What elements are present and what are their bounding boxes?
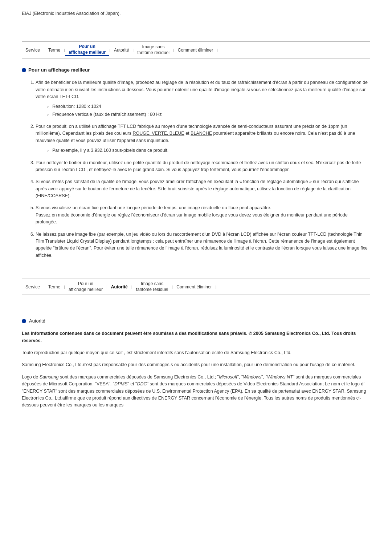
nav-image-sans[interactable]: Image sansfantôme résiduel <box>134 44 173 56</box>
section2-title: Autorité <box>29 318 45 324</box>
section1-heading: Pour un affichage meilleur <box>22 67 370 73</box>
nav-service[interactable]: Service <box>22 48 44 53</box>
nav-autorite[interactable]: Autorité <box>110 48 132 53</box>
list-item-4: Si vous n'êtes pas satisfait de la quali… <box>36 178 370 199</box>
section1-title: Pour un affichage meilleur <box>28 67 90 73</box>
section1-bullet <box>22 68 26 72</box>
nav2-terme[interactable]: Terme <box>45 284 64 289</box>
list-item-3-text: Pour nettoyer le boîtier du moniteur, ut… <box>36 160 361 172</box>
section1-list: Afin de bénéficier de la meilleure quali… <box>25 79 370 259</box>
intro-text: EIAJ (Electronic Industries Association … <box>22 11 370 16</box>
top-nav: Service | Terme | Pour unaffichage meill… <box>22 41 370 58</box>
nav2-comment[interactable]: Comment éliminer <box>173 284 215 289</box>
nav2-image-sans[interactable]: Image sansfantôme résiduel <box>132 281 172 292</box>
nav-sep-6: | <box>217 48 218 52</box>
nav-pour-un[interactable]: Pour unaffichage meilleur <box>65 44 109 56</box>
nav2-sep-6: | <box>216 285 217 289</box>
bottom-nav: Service | Terme | Pour unaffichage meill… <box>22 279 370 295</box>
list-item-5-text: Si vous visualisez un écran fixe pendant… <box>36 205 348 224</box>
list-item-6-text: Ne laissez pas une image fixe (par exemp… <box>36 232 368 258</box>
nav-terme[interactable]: Terme <box>45 48 64 53</box>
list-item-2: Pour ce produit, on a utilisé un afficha… <box>36 123 370 154</box>
nav2-pour-un[interactable]: Pour unaffichage meilleur <box>65 281 106 292</box>
section2: Autorité Les informations contenues dans… <box>22 318 370 409</box>
list-item-2-text: Pour ce produit, on a utilisé un afficha… <box>36 124 355 143</box>
section1-content: Afin de bénéficier de la meilleure quali… <box>22 79 370 259</box>
sub-list-2: Par exemple, il y a 3.932.160 sous-pixel… <box>36 147 370 154</box>
section2-bullet <box>22 319 26 323</box>
list-item-6: Ne laissez pas une image fixe (par exemp… <box>36 231 370 259</box>
nav-comment[interactable]: Comment éliminer <box>174 48 217 53</box>
sub-list-1: Résolution: 1280 x 1024 Fréquence vertic… <box>36 103 370 118</box>
section2-para-2: Samsung Electronics Co., Ltd.n'est pas r… <box>22 361 370 368</box>
list-item-3: Pour nettoyer le boîtier du moniteur, ut… <box>36 159 370 174</box>
nav2-autorite[interactable]: Autorité <box>107 284 131 289</box>
nav2-service[interactable]: Service <box>22 284 44 289</box>
list-item-1-text: Afin de bénéficier de la meilleure quali… <box>36 80 368 99</box>
sub-item-1-2: Fréquence verticale (taux de rafraîchiss… <box>46 111 370 118</box>
section2-heading: Autorité <box>22 318 370 324</box>
list-item-1: Afin de bénéficier de la meilleure quali… <box>36 79 370 118</box>
section2-para-3: Logo de Samsung sont des marques commerc… <box>22 374 370 409</box>
section2-para-1: Toute reproduction par quelque moyen que… <box>22 349 370 356</box>
sub-item-2-1: Par exemple, il y a 3.932.160 sous-pixel… <box>46 147 370 154</box>
sub-item-1-1: Résolution: 1280 x 1024 <box>46 103 370 110</box>
list-item-4-text: Si vous n'êtes pas satisfait de la quali… <box>36 179 359 198</box>
section2-bold: Les informations contenues dans ce docum… <box>22 330 370 344</box>
list-item-5: Si vous visualisez un écran fixe pendant… <box>36 204 370 226</box>
